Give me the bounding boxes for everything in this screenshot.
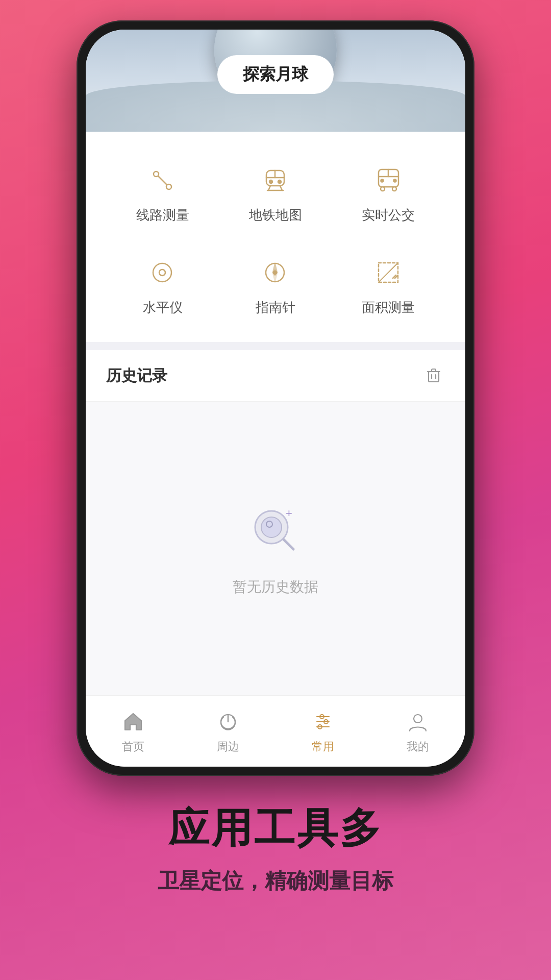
tool-compass[interactable]: 指南针 — [219, 239, 332, 332]
svg-point-17 — [381, 179, 383, 182]
tool-subway-map[interactable]: 地铁地图 — [219, 147, 332, 239]
svg-line-6 — [268, 186, 270, 190]
history-empty-state: + 暂无历史数据 — [86, 402, 465, 695]
svg-line-26 — [379, 263, 398, 282]
empty-search-icon: + — [245, 501, 306, 562]
nav-home[interactable]: 首页 — [86, 703, 181, 760]
history-empty-text: 暂无历史数据 — [233, 577, 318, 597]
nav-nearby-label: 周边 — [217, 739, 239, 754]
nav-common[interactable]: 常用 — [276, 703, 370, 760]
svg-point-33 — [261, 517, 282, 537]
nav-nearby[interactable]: 周边 — [181, 703, 276, 760]
phone-frame: 探索月球 线路测量 — [77, 20, 474, 776]
history-title: 历史记录 — [106, 365, 167, 386]
phone-screen: 探索月球 线路测量 — [86, 30, 465, 767]
svg-point-19 — [153, 263, 171, 282]
tool-area-label: 面积测量 — [362, 299, 415, 316]
level-icon — [145, 255, 181, 290]
history-section: 历史记录 + — [86, 350, 465, 695]
svg-point-14 — [381, 187, 385, 191]
svg-point-10 — [278, 180, 281, 183]
svg-point-18 — [393, 179, 396, 182]
tool-bus-label: 实时公交 — [362, 206, 415, 224]
svg-line-2 — [158, 176, 167, 185]
svg-point-20 — [159, 270, 165, 276]
subway-icon — [258, 162, 293, 198]
power-icon — [215, 708, 241, 735]
svg-point-24 — [273, 271, 277, 274]
svg-rect-29 — [429, 372, 439, 382]
section-divider — [86, 342, 465, 350]
person-icon — [405, 708, 431, 735]
area-icon — [370, 255, 406, 290]
tool-level-label: 水平仪 — [143, 299, 183, 316]
nav-mine[interactable]: 我的 — [370, 703, 465, 760]
tool-line-measure-label: 线路测量 — [136, 206, 189, 224]
svg-line-7 — [280, 186, 282, 190]
home-icon — [120, 708, 146, 735]
tools-icon — [310, 708, 336, 735]
tools-grid: 线路测量 — [106, 147, 445, 332]
tool-subway-label: 地铁地图 — [249, 206, 302, 224]
svg-text:+: + — [286, 507, 292, 520]
nav-mine-label: 我的 — [407, 739, 429, 754]
tool-line-measure[interactable]: 线路测量 — [106, 147, 219, 239]
header-title: 探索月球 — [217, 55, 334, 94]
bus-icon — [370, 162, 406, 198]
tool-compass-label: 指南针 — [256, 299, 295, 316]
main-tagline: 应用工具多 — [168, 801, 383, 856]
bottom-text-area: 应用工具多 卫星定位，精确测量目标 — [127, 776, 424, 980]
sub-tagline: 卫星定位，精确测量目标 — [158, 867, 393, 895]
tool-area[interactable]: 面积测量 — [332, 239, 445, 332]
svg-point-44 — [414, 715, 422, 723]
ruler-icon — [145, 162, 181, 198]
history-header: 历史记录 — [86, 350, 465, 402]
svg-point-9 — [269, 180, 272, 183]
nav-home-label: 首页 — [122, 739, 144, 754]
delete-history-button[interactable] — [422, 364, 445, 387]
nav-common-label: 常用 — [312, 739, 334, 754]
svg-line-34 — [284, 540, 293, 549]
tool-bus[interactable]: 实时公交 — [332, 147, 445, 239]
tool-level[interactable]: 水平仪 — [106, 239, 219, 332]
header-area: 探索月球 — [86, 30, 465, 132]
tools-section: 线路测量 — [86, 132, 465, 342]
svg-point-15 — [392, 187, 396, 191]
compass-icon — [258, 255, 293, 290]
bottom-nav: 首页 周边 — [86, 695, 465, 767]
